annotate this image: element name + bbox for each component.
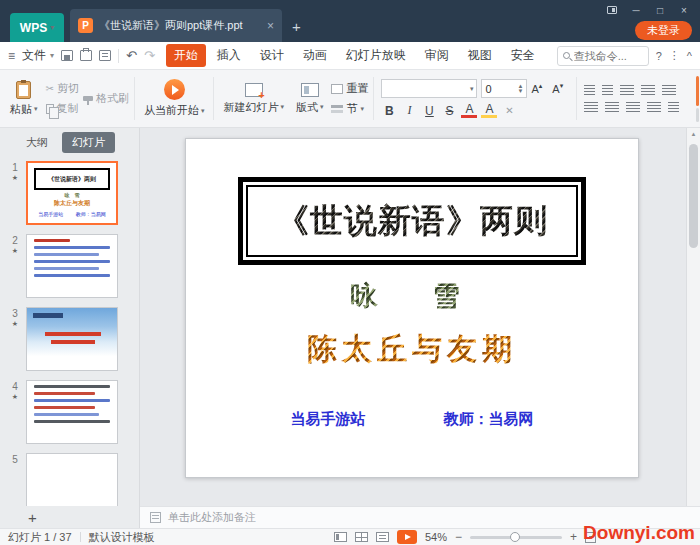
print-icon[interactable] [80,50,92,61]
print-preview-icon[interactable] [99,50,111,61]
slide-thumbnail-4[interactable]: 4 ★ [4,380,139,444]
thumbnail-preview[interactable] [26,307,118,371]
paste-button[interactable]: 粘贴▾ [4,73,44,124]
zoom-out-icon[interactable]: − [455,530,462,544]
font-name-input[interactable] [385,83,469,95]
minimize-button[interactable]: ─ [624,2,648,18]
cut-button[interactable]: ✂ 剪切 [46,81,79,96]
add-slide-button[interactable]: + [28,510,37,525]
layout-button[interactable]: 版式▾ [290,73,330,124]
undo-icon[interactable]: ↶ [126,48,137,63]
redo-icon[interactable]: ↷ [144,48,155,63]
tab-view[interactable]: 视图 [460,44,500,67]
ribbon-scrollbar-track[interactable] [696,108,699,122]
normal-view-icon[interactable] [334,532,347,542]
scroll-up-icon[interactable]: ▲ [687,131,700,137]
columns-icon[interactable] [668,102,679,112]
help-icon[interactable]: ? [656,50,662,62]
document-tab[interactable]: P 《世说新语》两则ppt课件.ppt × [70,9,282,42]
tab-security[interactable]: 安全 [503,44,543,67]
tab-review[interactable]: 审阅 [417,44,457,67]
thumbnail-preview[interactable]: 《世说新语》两则 咏 雪 陈太丘与友期 当易手游站 教师：当易网 [26,161,118,225]
bullets-icon[interactable] [584,85,595,95]
font-name-combo[interactable]: ▾ [381,79,477,98]
tab-devtools[interactable]: 开发工具 [546,44,550,67]
dock-window-button[interactable] [600,2,624,18]
thumbnail-preview[interactable] [26,234,118,298]
slide-footer-right[interactable]: 教师：当易网 [444,410,534,429]
play-from-current-button[interactable]: 从当前开始▾ [138,73,211,124]
indent-icon[interactable] [641,85,655,95]
section-button[interactable]: 节 ▾ [331,101,368,116]
underline-button[interactable]: U [421,104,437,118]
justify-icon[interactable] [647,102,661,112]
slide-thumbnail-3[interactable]: 3 ★ [4,307,139,371]
design-template-label[interactable]: 默认设计模板 [89,530,155,545]
slide-thumbnail-5[interactable]: 5 [4,453,139,506]
slide-title-text[interactable]: 《世说新语》两则 [276,199,548,244]
align-center-icon[interactable] [605,102,619,112]
scrollbar-thumb[interactable] [689,144,698,248]
zoom-slider[interactable] [470,536,562,539]
more-icon[interactable]: ⋮ [669,49,680,62]
shrink-font-button[interactable]: A▾ [552,82,569,95]
search-input[interactable] [574,50,643,62]
ribbon-scrollbar-active[interactable] [696,76,699,106]
save-icon[interactable] [61,50,73,61]
copy-button[interactable]: 复制 [46,101,79,116]
thumbnail-preview[interactable] [26,453,118,506]
tab-animation[interactable]: 动画 [295,44,335,67]
align-right-icon[interactable] [626,102,640,112]
slide-thumbnail-2[interactable]: 2 ★ [4,234,139,298]
spin-down-icon[interactable]: ▼ [518,89,524,94]
slideshow-play-button[interactable] [397,530,417,544]
command-search[interactable] [557,46,649,66]
slide-canvas[interactable]: 《世说新语》两则 咏 雪 陈太丘与友期 当易手游站 教师：当易网 [140,128,686,506]
slide-title-frame[interactable]: 《世说新语》两则 [238,177,586,265]
reset-button[interactable]: 重置 [331,81,368,96]
grow-font-button[interactable]: A▴ [531,82,548,95]
current-slide[interactable]: 《世说新语》两则 咏 雪 陈太丘与友期 当易手游站 教师：当易网 [185,138,639,478]
font-color-button[interactable]: A [461,103,477,118]
align-left-icon[interactable] [584,102,598,112]
outline-tab[interactable]: 大纲 [16,132,58,153]
slide-thumbnail-1[interactable]: 1 ★ 《世说新语》两则 咏 雪 陈太丘与友期 当易手游站 教师：当易网 [4,161,139,225]
login-button[interactable]: 未登录 [635,21,692,40]
hamburger-menu-icon[interactable]: ≡ [8,49,15,63]
slides-tab[interactable]: 幻灯片 [62,132,115,153]
close-button[interactable]: × [672,2,696,18]
new-slide-button[interactable]: 新建幻灯片▾ [217,73,290,124]
highlight-button[interactable]: A [481,103,497,118]
file-menu-button[interactable]: 文件 ▾ [22,47,54,64]
reading-view-icon[interactable] [376,532,389,542]
tab-home[interactable]: 开始 [166,44,206,67]
italic-button[interactable]: I [401,103,417,118]
format-painter-button[interactable]: 格式刷 [83,91,129,106]
line-spacing-icon[interactable] [662,85,676,95]
strikethrough-button[interactable]: S [441,104,457,118]
tab-slideshow[interactable]: 幻灯片放映 [338,44,414,67]
wps-logo-tab[interactable]: WPS ▾ [10,13,64,42]
font-size-input[interactable] [485,83,517,95]
slide-subtitle-2[interactable]: 陈太丘与友期 [186,329,638,370]
maximize-button[interactable]: □ [648,2,672,18]
thumbnail-preview[interactable] [26,380,118,444]
font-size-combo[interactable]: ▲ ▼ [481,79,527,98]
zoom-slider-knob[interactable] [510,532,520,542]
numbering-icon[interactable] [602,85,613,95]
font-size-spinner[interactable]: ▲ ▼ [518,84,524,94]
slide-footer-left[interactable]: 当易手游站 [291,410,366,429]
new-tab-button[interactable]: + [292,18,301,35]
zoom-level[interactable]: 54% [425,531,447,543]
bold-button[interactable]: B [381,104,397,118]
slide-subtitle-1[interactable]: 咏 雪 [186,278,638,314]
vertical-scrollbar[interactable]: ▲ [686,128,700,506]
tab-close-icon[interactable]: × [267,19,274,33]
zoom-in-icon[interactable]: + [570,530,577,544]
tab-design[interactable]: 设计 [252,44,292,67]
slide-sorter-icon[interactable] [355,532,368,542]
collapse-ribbon-icon[interactable]: ^ [687,50,692,62]
outdent-icon[interactable] [620,85,634,95]
tab-insert[interactable]: 插入 [209,44,249,67]
clear-format-button[interactable]: ✕ [501,105,517,116]
